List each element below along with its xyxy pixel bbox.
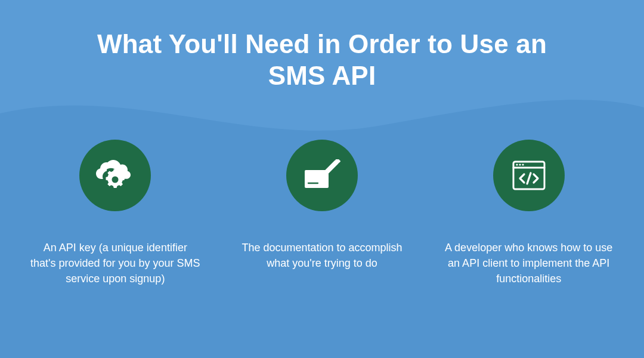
card-developer: A developer who knows how to use an API … bbox=[443, 140, 614, 286]
svg-point-10 bbox=[519, 163, 521, 165]
write-icon bbox=[286, 140, 358, 211]
code-window-icon bbox=[493, 140, 565, 211]
card-api-key: An API key (a unique identifier that's p… bbox=[30, 140, 201, 286]
cloud-gear-icon bbox=[79, 140, 151, 211]
feature-cards: An API key (a unique identifier that's p… bbox=[0, 140, 644, 286]
card-caption: A developer who knows how to use an API … bbox=[443, 240, 614, 286]
svg-rect-3 bbox=[321, 159, 339, 177]
card-caption: An API key (a unique identifier that's p… bbox=[30, 240, 201, 286]
card-documentation: The documentation to accomplish what you… bbox=[237, 140, 408, 286]
svg-point-11 bbox=[522, 163, 524, 165]
svg-point-9 bbox=[516, 163, 518, 165]
svg-line-12 bbox=[527, 173, 531, 184]
card-caption: The documentation to accomplish what you… bbox=[237, 240, 408, 271]
page-title: What You'll Need in Order to Use an SMS … bbox=[78, 29, 566, 92]
svg-point-1 bbox=[112, 176, 119, 183]
